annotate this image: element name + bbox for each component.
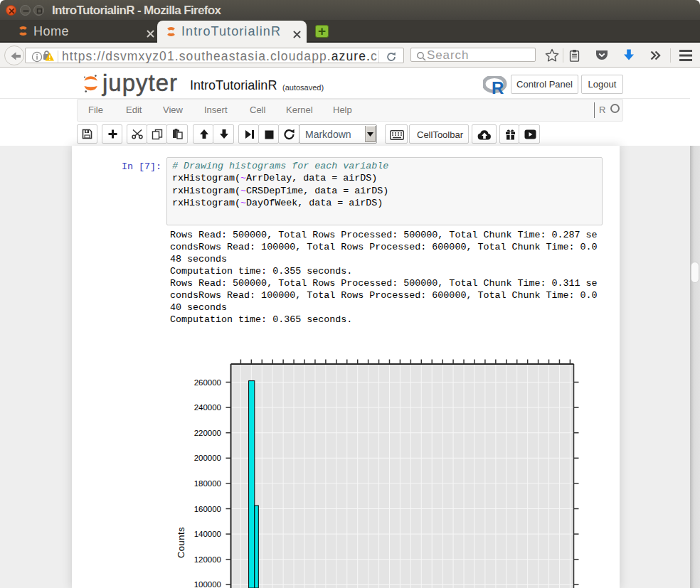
svg-text:140000: 140000 (194, 530, 221, 538)
svg-text:180000: 180000 (194, 479, 221, 488)
svg-text:240000: 240000 (194, 403, 221, 412)
svg-text:220000: 220000 (194, 429, 221, 437)
svg-text:100000: 100000 (194, 580, 221, 588)
svg-text:200000: 200000 (194, 454, 221, 462)
svg-text:260000: 260000 (194, 378, 221, 387)
svg-text:R: R (492, 78, 504, 96)
svg-text:Counts: Counts (176, 527, 186, 558)
svg-text:160000: 160000 (194, 505, 221, 513)
svg-text:120000: 120000 (194, 555, 221, 564)
